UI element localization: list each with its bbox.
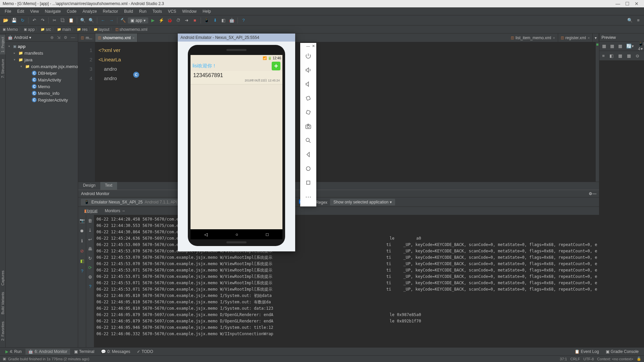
captures-tool-tab[interactable]: Captures bbox=[0, 268, 5, 288]
toggle-icon[interactable]: ◧ bbox=[608, 53, 615, 59]
close-tab-icon[interactable]: × bbox=[553, 36, 555, 40]
print-icon[interactable]: 🖶 bbox=[87, 245, 94, 252]
monitors-tab[interactable]: Monitors → bbox=[101, 207, 128, 214]
file-encoding[interactable]: UTF-8 bbox=[583, 357, 594, 361]
todo-tab[interactable]: ✓TODO bbox=[134, 349, 156, 355]
tab-register[interactable]: ◫register.xml× bbox=[558, 34, 593, 42]
tree-dbhelper[interactable]: CDBHelper bbox=[6, 70, 78, 76]
more-icon[interactable]: ⋯ bbox=[300, 190, 316, 204]
menu-tools[interactable]: Tools bbox=[150, 8, 165, 14]
menu-run[interactable]: Run bbox=[137, 8, 149, 14]
menu-navigate[interactable]: Navigate bbox=[42, 8, 63, 14]
collapse-icon[interactable]: ⇲ bbox=[56, 35, 61, 40]
save-icon[interactable]: 💾 bbox=[10, 17, 18, 24]
tab-showmemo[interactable]: ◫showmemo.xml× bbox=[95, 34, 138, 42]
scroll-from-source-icon[interactable]: ⊕ bbox=[49, 35, 55, 40]
toggle-icon[interactable]: ≡ bbox=[601, 53, 606, 59]
tree-mainactivity[interactable]: CMainActivity bbox=[6, 76, 78, 83]
home-nav-icon[interactable]: ○ bbox=[235, 232, 238, 237]
cursor-position[interactable]: 37:1 bbox=[560, 357, 567, 361]
build-variants-tab[interactable]: Build Variants bbox=[0, 290, 5, 316]
run-tool-tab[interactable]: ▶4: Run bbox=[3, 349, 24, 355]
menu-view[interactable]: View bbox=[28, 8, 42, 14]
menu-window[interactable]: Window bbox=[179, 8, 199, 14]
maximize-icon[interactable]: ☐ bbox=[623, 1, 632, 6]
minimize-icon[interactable]: — bbox=[306, 44, 310, 48]
open-icon[interactable]: 📂 bbox=[2, 17, 9, 24]
rotate-left-icon[interactable] bbox=[300, 91, 316, 105]
class-gutter-icon[interactable]: C bbox=[133, 72, 139, 78]
android-monitor-tab[interactable]: 🤖6: Android Monitor bbox=[25, 349, 70, 355]
messages-tab[interactable]: 💬0: Messages bbox=[98, 349, 133, 355]
terminate-icon[interactable]: ⊘ bbox=[78, 247, 86, 254]
paste-icon[interactable]: 📋 bbox=[67, 17, 75, 24]
close-tab-icon[interactable]: × bbox=[588, 36, 590, 40]
close-tab-icon[interactable]: × bbox=[132, 36, 135, 40]
scroll-end-icon[interactable]: ⤓ bbox=[87, 226, 94, 234]
copy-icon[interactable]: ⿻ bbox=[59, 17, 66, 24]
find-icon[interactable]: 🔍 bbox=[79, 17, 87, 24]
screen-record-icon[interactable]: ⏺ bbox=[78, 227, 86, 234]
code-editor[interactable]: 1234 <?xml ver <LinearLa .com/apk/res/an… bbox=[78, 42, 599, 182]
status-icon[interactable]: ▣ bbox=[3, 357, 6, 361]
menu-code[interactable]: Code bbox=[64, 8, 79, 14]
palette-icon[interactable]: ▦ bbox=[601, 43, 607, 49]
home-icon[interactable] bbox=[300, 162, 316, 176]
toggle-icon[interactable]: ▦ bbox=[617, 53, 624, 59]
text-tab[interactable]: Text bbox=[100, 182, 117, 190]
help-icon[interactable]: ? bbox=[240, 17, 247, 24]
camera-icon[interactable] bbox=[300, 119, 316, 133]
zoom-icon[interactable] bbox=[300, 133, 316, 147]
project-tree[interactable]: ▾▣app ▸📁manifests ▾📁java ▾📁com.example.j… bbox=[6, 42, 78, 105]
context[interactable]: Context: <no context> bbox=[597, 357, 633, 361]
hide-icon[interactable]: — bbox=[592, 191, 596, 196]
system-info-icon[interactable]: ℹ bbox=[78, 237, 86, 244]
tree-memoinfo[interactable]: CMemo_info bbox=[6, 90, 78, 97]
menu-file[interactable]: File bbox=[2, 8, 14, 14]
forward-icon[interactable]: → bbox=[108, 17, 115, 24]
logcat-output[interactable]: 06-22 12:44:28.458 5670-5670/com.example… bbox=[94, 215, 599, 347]
event-log-tab[interactable]: 📋Event Log bbox=[572, 349, 602, 355]
device-screen[interactable]: 📶 🔋 12:46 lisi欢迎你！ + 1234567891 2018年06月… bbox=[191, 55, 282, 239]
tree-manifests[interactable]: ▸📁manifests bbox=[6, 50, 78, 56]
toggle-icon[interactable]: ▦ bbox=[626, 53, 632, 59]
sync-icon[interactable]: ⟳ bbox=[87, 264, 94, 271]
overview-icon[interactable] bbox=[300, 176, 316, 190]
preview-canvas[interactable] bbox=[599, 60, 644, 347]
gear-icon[interactable]: ⚙ bbox=[63, 35, 68, 40]
blueprint-icon[interactable]: ▦ bbox=[609, 43, 615, 49]
minimize-icon[interactable]: — bbox=[613, 1, 623, 6]
tab-trunc[interactable]: ◫m... bbox=[78, 34, 95, 42]
line-separator[interactable]: CRLF bbox=[570, 357, 580, 361]
tree-registeractivity[interactable]: CRegisterActivity bbox=[6, 97, 78, 103]
chevron-down-icon[interactable]: ▾ bbox=[29, 35, 31, 40]
settings-icon[interactable]: ⚙ bbox=[87, 273, 94, 281]
project-structure-icon[interactable]: ≡ bbox=[635, 17, 642, 24]
tree-java[interactable]: ▾📁java bbox=[6, 56, 78, 63]
android-icon[interactable]: 🤖 bbox=[228, 17, 235, 24]
hide-icon[interactable]: — bbox=[70, 35, 76, 40]
sync-icon[interactable]: ↻ bbox=[19, 17, 26, 24]
logcat-tab[interactable]: ▮logcat bbox=[81, 207, 101, 214]
menu-refactor[interactable]: Refactor bbox=[100, 8, 121, 14]
volume-down-icon[interactable] bbox=[300, 77, 316, 91]
make-icon[interactable]: 🔨 bbox=[119, 17, 127, 24]
help-icon[interactable]: ? bbox=[78, 267, 86, 275]
scrollbar[interactable] bbox=[596, 42, 599, 182]
structure-tool-tab[interactable]: 7: Structure bbox=[0, 57, 5, 80]
close-icon[interactable]: ✕ bbox=[312, 44, 315, 48]
tab-chevron[interactable]: ▾ bbox=[593, 34, 599, 42]
menu-vcs[interactable]: VCS bbox=[165, 8, 179, 14]
project-tool-tab[interactable]: 1: Project bbox=[0, 35, 5, 54]
menu-help[interactable]: Help bbox=[200, 8, 214, 14]
profile-icon[interactable]: ⏱ bbox=[174, 17, 182, 24]
design-icon[interactable]: ▦ bbox=[617, 43, 624, 49]
redo-icon[interactable]: ↷ bbox=[39, 17, 46, 24]
volume-up-icon[interactable] bbox=[300, 63, 316, 77]
device-selector[interactable]: 📱Nexus 4▾ bbox=[637, 41, 644, 52]
gear-icon[interactable]: ⚙ bbox=[589, 191, 592, 196]
favorites-tool-tab[interactable]: 2: Favorites bbox=[0, 319, 5, 343]
add-button[interactable]: + bbox=[272, 62, 280, 70]
log-filter-selector[interactable]: Show only selected application ▾ bbox=[330, 199, 395, 205]
undo-icon[interactable]: ↶ bbox=[31, 17, 38, 24]
